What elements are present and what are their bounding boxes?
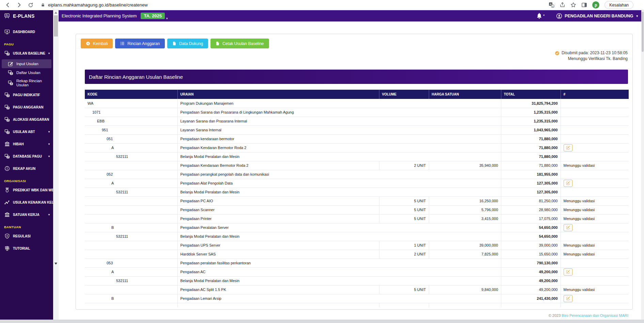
sidebar-item-input-usulan[interactable]: Input Usulan [2, 59, 51, 68]
table-row: 532111Belanja Modal Peralatan dan Mesin5… [85, 232, 629, 241]
sidebar-item-rekap-rincian-usulan[interactable]: Rekap Rincian Usulan [2, 77, 51, 89]
cetak-usulan-button[interactable]: Cetak Usulan Baseline [210, 39, 269, 48]
sidebar-item-label: REKAP AKUN [13, 167, 35, 171]
database-icon [4, 153, 10, 159]
column-header-actions: # [561, 90, 629, 99]
scrollbar-thumb[interactable] [54, 15, 58, 36]
uraian-cell [177, 303, 379, 307]
window-bottom-strip [0, 320, 644, 323]
sidebar-item-predikat-wbk-dan-wbbm[interactable]: PREDIKAT WBK DAN WBBM [0, 184, 53, 196]
org-dropdown[interactable]: PENGADILAN NEGERI BANDUNG ▾ [556, 13, 638, 19]
scroll-up-arrow-icon[interactable] [54, 12, 57, 14]
sidebar-item-label: USULAN KENAIKAN KELAS [13, 201, 53, 204]
action-cell [561, 108, 629, 117]
notifications-button[interactable]: ▾ [536, 13, 545, 19]
bookmark-star-icon[interactable] [570, 2, 576, 8]
sidebar-item-pagu-anggaran[interactable]: PAGU ANGGARAN [0, 101, 53, 113]
harga-satuan-cell: 16,250,000 [429, 196, 501, 205]
kode-cell: B [85, 223, 177, 232]
sidebar-item-rekap-akun[interactable]: REKAP AKUN [0, 162, 53, 175]
total-cell: 49,200,000 [501, 276, 561, 285]
rincian-anggaran-button[interactable]: Rincian Anggaran [115, 39, 165, 48]
page-scrollbar-thumb[interactable] [642, 12, 644, 52]
sidebar-item-dashboard[interactable]: DASHBOARD [0, 26, 53, 38]
url-text[interactable]: eiplans.mahkamahagung.go.id/baseline/cre… [48, 2, 148, 8]
edit-button[interactable] [564, 180, 572, 187]
address-bar[interactable]: eiplans.mahkamahagung.go.id/baseline/cre… [41, 2, 549, 8]
sidebar-item-label: DATABASE PAGU [13, 155, 42, 158]
total-cell: 1,235,315,000 [501, 117, 561, 126]
shield-icon [4, 233, 10, 239]
kode-cell: 532111 [85, 152, 177, 161]
table-row: Pengadaan UPS Server1 UNIT39,000,00039,0… [85, 241, 629, 250]
file-icon [172, 41, 176, 46]
data-dukung-button[interactable]: Data Dukung [167, 39, 208, 48]
kode-cell: B [85, 294, 177, 303]
sidebar-item-usulan-baseline[interactable]: USULAN BASELINE▾ [0, 47, 53, 59]
year-caret-icon[interactable]: ▾ [166, 17, 168, 21]
sidebar-item-database-pagu[interactable]: DATABASE PAGU▾ [0, 150, 53, 162]
uraian-cell: Pengadaan UPS Server [177, 241, 379, 250]
sidebar-item-regulasi[interactable]: REGULASI [0, 230, 53, 242]
volume-cell: 5 UNIT [379, 196, 429, 205]
edit-button[interactable] [564, 144, 572, 151]
sidebar-item-usulan-abt[interactable]: USULAN ABT▾ [0, 126, 53, 138]
edit-button[interactable] [564, 295, 572, 302]
sidebar-item-alokasi-anggaran[interactable]: ALOKASI ANGGARAN [0, 113, 53, 126]
uraian-cell: Pengadaan Sarana dan Prasarana di Lingku… [177, 108, 501, 117]
action-cell [561, 99, 629, 108]
action-cell [561, 143, 629, 152]
total-cell: 81,250,000 [501, 196, 561, 205]
volume-cell: 2 UNIT [379, 161, 429, 170]
table-row: Pengadaan PC AIO5 UNIT16,250,00081,250,0… [85, 196, 629, 205]
sidebar-scrollbar[interactable] [53, 10, 59, 320]
total-cell: 28,980,000 [501, 205, 561, 214]
translate-icon[interactable]: Aa [549, 2, 554, 8]
pencil-square-icon [566, 181, 570, 185]
kode-cell: A [85, 179, 177, 188]
uraian-cell: Layanan Sarana dan Prasarana Internal [177, 117, 501, 126]
uraian-cell: Pengadaan PC AIO [177, 196, 379, 205]
sidebar-item-hibah[interactable]: HIBAH▾ [0, 138, 53, 150]
total-cell: 181,955,000 [501, 170, 561, 179]
back-button[interactable]: Kembali [81, 39, 113, 48]
table-row: Harddisk Server SAS2 UNIT7,825,00015,650… [85, 250, 629, 259]
error-button[interactable]: Kesalahan [604, 1, 633, 9]
total-cell: 54,650,000 [501, 223, 561, 232]
kode-cell: 951 [85, 126, 177, 134]
uraian-cell: Pengadaan AC Split 1.5 PK [177, 285, 379, 294]
user-circle-icon [556, 13, 562, 19]
harga-satuan-cell: 3,415,000 [429, 214, 501, 223]
browser-menu-icon[interactable]: ⋮ [639, 3, 641, 7]
sidebar-item-satuan-kerja[interactable]: SATUAN KERJA▾ [0, 208, 53, 221]
reload-icon[interactable] [28, 2, 33, 8]
uraian-cell: Belanja Modal Peralatan dan Mesin [177, 188, 501, 196]
profile-avatar[interactable]: p [592, 1, 599, 9]
edit-button[interactable] [564, 224, 572, 231]
total-cell: 127,305,000 [501, 188, 561, 196]
page-scrollbar[interactable] [641, 10, 644, 320]
footer-link[interactable]: Biro Perencanaan dan Organisasi MARI [562, 313, 628, 318]
table-row: 051Pengadaan kendaraan bermotor71,880,00… [85, 134, 629, 143]
column-header-total: TOTAL [501, 90, 561, 99]
sidebar-item-pagu-indikatif[interactable]: PAGU INDIKATIF [0, 89, 53, 101]
table-row: 532111Belanja Modal Peralatan dan Mesin7… [85, 152, 629, 161]
edit-button[interactable] [564, 268, 572, 276]
side-panel-icon[interactable] [581, 2, 587, 8]
sidebar-item-daftar-usulan[interactable]: Daftar Usulan [2, 68, 51, 77]
sidebar-item-label: Daftar Usulan [16, 71, 40, 75]
back-icon[interactable] [5, 2, 11, 8]
scroll-down-arrow-icon[interactable] [54, 263, 57, 265]
forward-icon[interactable] [16, 2, 22, 8]
sidebar-item-usulan-kenaikan-kelas[interactable]: USULAN KENAIKAN KELAS▾ [0, 196, 53, 208]
validation-status-cell: Menunggu validasi [561, 196, 629, 205]
total-cell: 790,130,000 [501, 259, 561, 267]
sidebar-item-tutorial[interactable]: TUTORIAL [0, 242, 53, 254]
table-row: APengadaan Kendaran Bermotor Roda 271,88… [85, 143, 629, 152]
year-badge[interactable]: TA. 2025 [141, 13, 165, 19]
toolbar: Kembali Rincian Anggaran Data Dukung Cet… [81, 39, 628, 48]
sidebar-item-label: SATUAN KERJA [13, 213, 40, 217]
total-cell: 71,880,000 [501, 161, 561, 170]
share-icon[interactable] [560, 2, 565, 8]
submit-status: Disubmit pada: 2023-11-23 10:58:05 Menun… [555, 50, 628, 62]
